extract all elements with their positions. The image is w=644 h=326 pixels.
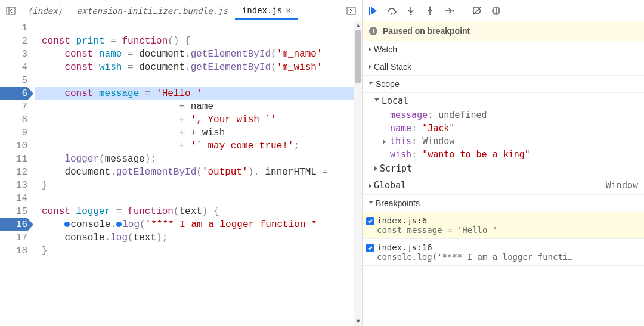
scope-var-this[interactable]: this: Window (363, 135, 644, 148)
watch-panel-header[interactable]: Watch (363, 41, 644, 58)
scope-panel-header[interactable]: Scope (363, 76, 644, 93)
close-icon[interactable]: × (286, 5, 290, 15)
code-line-17[interactable]: console.log(text); (35, 231, 354, 244)
gutter-line-14[interactable]: 14 (0, 192, 27, 205)
code-line-6[interactable]: const message = 'Hello ' (35, 87, 354, 100)
breakpoint-item[interactable]: index.js:16console.log('**** I am a logg… (363, 239, 644, 266)
scope-script-header[interactable]: Script (363, 161, 644, 176)
tab-extensioninitiizerbundlejs[interactable]: extension-initi…izer.bundle.js (70, 2, 235, 19)
svg-rect-3 (369, 7, 370, 15)
checkbox-icon[interactable] (366, 244, 374, 252)
callstack-label: Call Stack (374, 62, 411, 72)
gutter-line-7[interactable]: 7 (0, 100, 27, 113)
code-line-10[interactable]: + '` may come true!'; (35, 139, 354, 153)
more-tabs-icon[interactable] (343, 2, 360, 19)
breakpoint-dot-icon (64, 222, 70, 227)
debug-toolbar (363, 0, 644, 21)
scope-label: Scope (376, 79, 400, 89)
vertical-scrollbar[interactable]: ▴ ▾ (354, 21, 362, 326)
svg-point-4 (391, 13, 393, 14)
tab-bar: (index)extension-initi…izer.bundle.jsind… (0, 0, 362, 21)
paused-text: Paused on breakpoint (383, 26, 470, 36)
callstack-panel-header[interactable]: Call Stack (363, 58, 644, 76)
code-line-7[interactable]: + name (35, 100, 354, 113)
resume-button[interactable] (366, 4, 379, 17)
gutter-line-8[interactable]: 8 (0, 113, 27, 126)
svg-rect-17 (373, 29, 374, 30)
pause-button[interactable] (490, 4, 503, 17)
code-line-16[interactable]: console.log('**** I am a logger function… (35, 218, 354, 231)
scope-script-label: Script (380, 163, 412, 174)
step-into-button[interactable] (404, 4, 417, 17)
code-line-3[interactable]: const name = document.getElementById('m_… (35, 48, 354, 61)
panel-left-icon[interactable] (2, 2, 19, 19)
gutter-line-17[interactable]: 17 (0, 231, 27, 244)
breakpoint-code: const message = 'Hello ' (377, 225, 638, 235)
breakpoint-item[interactable]: index.js:6const message = 'Hello ' (363, 212, 644, 239)
code-editor[interactable]: 123456789101112131415161718 const print … (0, 21, 362, 326)
step-button[interactable] (442, 4, 456, 17)
scope-var-wish[interactable]: wish: "wanto to be a king" (363, 148, 644, 161)
watch-label: Watch (374, 45, 397, 54)
scope-var-message[interactable]: message: undefined (363, 108, 644, 122)
gutter-line-4[interactable]: 4 (0, 61, 27, 74)
svg-rect-16 (373, 30, 374, 33)
tab-index[interactable]: (index) (20, 2, 70, 19)
gutter-line-18[interactable]: 18 (0, 244, 27, 257)
gutter-line-11[interactable]: 11 (0, 153, 27, 166)
code-line-12[interactable]: document.getElementById('output'). inner… (35, 166, 354, 179)
svg-rect-13 (494, 8, 496, 13)
step-over-button[interactable] (385, 4, 398, 17)
gutter-line-5[interactable]: 5 (0, 74, 27, 87)
gutter-line-3[interactable]: 3 (0, 48, 27, 61)
code-line-13[interactable]: } (35, 179, 354, 192)
code-line-1[interactable] (35, 21, 354, 35)
code-line-18[interactable]: } (35, 244, 354, 257)
breakpoints-panel-header[interactable]: Breakpoints (363, 195, 644, 212)
deactivate-breakpoints-button[interactable] (470, 4, 484, 17)
gutter-line-15[interactable]: 15 (0, 205, 27, 218)
code-line-9[interactable]: + + wish (35, 126, 354, 139)
code-line-5[interactable] (35, 74, 354, 87)
svg-point-6 (410, 13, 412, 15)
breakpoints-label: Breakpoints (376, 198, 420, 208)
scope-panel-body: Local message: undefinedname: "Jack"this… (363, 93, 644, 195)
code-line-4[interactable]: const wish = document.getElementById('m_… (35, 61, 354, 74)
code-line-8[interactable]: + ', Your wish `' (35, 113, 354, 126)
breakpoint-dot-icon (116, 222, 122, 227)
gutter-line-13[interactable]: 13 (0, 179, 27, 192)
code-line-14[interactable] (35, 192, 354, 205)
scroll-up-icon[interactable]: ▴ (354, 21, 362, 30)
breakpoint-location: index.js:6 (377, 216, 638, 225)
scroll-down-icon[interactable]: ▾ (354, 318, 362, 326)
paused-banner: Paused on breakpoint (363, 21, 644, 41)
gutter-line-1[interactable]: 1 (0, 21, 27, 35)
svg-rect-2 (347, 7, 355, 14)
gutter-line-6[interactable]: 6 (0, 87, 27, 100)
source-pane: (index)extension-initi…izer.bundle.jsind… (0, 0, 363, 326)
svg-rect-14 (497, 8, 498, 13)
breakpoint-code: console.log('**** I am a logger functi… (377, 252, 638, 262)
toolbar-separator (463, 5, 463, 17)
tab-label: (index) (27, 6, 63, 15)
tab-indexjs[interactable]: index.js× (235, 2, 298, 20)
scroll-thumb[interactable] (355, 30, 361, 83)
code-line-11[interactable]: logger(message); (35, 153, 354, 166)
scope-local-header[interactable]: Local (363, 93, 644, 108)
gutter-line-2[interactable]: 2 (0, 35, 27, 48)
scope-global-row[interactable]: Global Window (363, 176, 644, 195)
code-line-2[interactable]: const print = function() { (35, 35, 354, 48)
gutter-line-9[interactable]: 9 (0, 126, 27, 139)
gutter-line-10[interactable]: 10 (0, 139, 27, 153)
gutter-line-12[interactable]: 12 (0, 166, 27, 179)
svg-point-10 (453, 10, 454, 11)
checkbox-icon[interactable] (366, 217, 374, 225)
tab-label: index.js (242, 5, 282, 15)
info-icon (369, 26, 378, 36)
scope-var-name[interactable]: name: "Jack" (363, 122, 644, 135)
scope-local-label: Local (382, 95, 408, 106)
scope-global-value: Window (606, 180, 638, 191)
step-out-button[interactable] (423, 4, 436, 17)
gutter-line-16[interactable]: 16 (0, 218, 27, 231)
code-line-15[interactable]: const logger = function(text) { (35, 205, 354, 218)
